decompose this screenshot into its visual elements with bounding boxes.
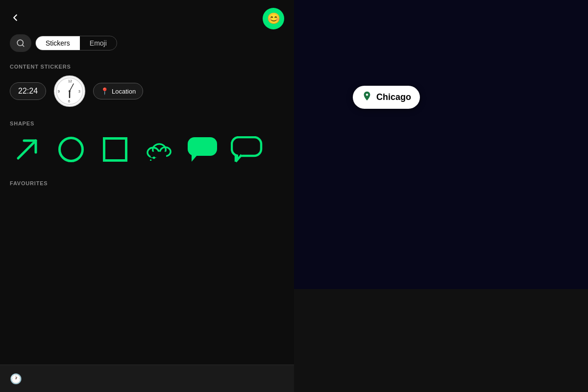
main-container: 😊 Stickers Emoji CONTENT STICKERS 22:24	[0, 0, 588, 392]
emoji-tab[interactable]: Emoji	[80, 36, 117, 50]
location-sticker[interactable]: 📍 Location	[93, 83, 143, 99]
clock-face-svg: 12 3 6 9	[55, 77, 84, 105]
location-pin-icon: 📍	[100, 87, 109, 95]
search-icon	[16, 39, 25, 48]
chicago-city-name: Chicago	[376, 92, 411, 102]
bubble-outline-shape[interactable]	[230, 132, 265, 167]
svg-point-15	[153, 157, 155, 159]
right-bottom-area	[294, 289, 588, 392]
svg-text:9: 9	[58, 90, 60, 93]
bubble-filled-shape[interactable]	[186, 132, 220, 167]
svg-line-1	[22, 45, 24, 46]
svg-point-16	[150, 159, 151, 161]
back-button[interactable]	[10, 12, 21, 25]
emoji-top-button[interactable]: 😊	[263, 8, 284, 29]
sticker-panel: 😊 Stickers Emoji CONTENT STICKERS 22:24	[0, 0, 294, 392]
content-stickers-label: CONTENT STICKERS	[0, 60, 294, 75]
svg-marker-18	[192, 155, 197, 162]
chicago-pin-icon	[362, 91, 372, 104]
svg-text:6: 6	[68, 99, 70, 103]
chicago-location-badge[interactable]: Chicago	[353, 86, 420, 109]
favourites-label: FAVOURITES	[0, 176, 294, 186]
svg-rect-19	[232, 137, 261, 156]
tab-group: Stickers Emoji	[35, 36, 117, 50]
svg-rect-17	[188, 137, 217, 156]
content-stickers-row: 22:24 12 3 6 9	[0, 75, 294, 117]
preview-area: Chicago	[294, 0, 588, 289]
stickers-tab[interactable]: Stickers	[36, 36, 80, 50]
svg-text:12: 12	[68, 79, 72, 83]
svg-line-10	[18, 141, 36, 158]
panel-header: 😊	[0, 0, 294, 34]
search-tab-button[interactable]	[10, 34, 31, 52]
arrow-shape[interactable]	[10, 132, 44, 167]
shapes-label: SHAPES	[0, 117, 294, 132]
right-panel: Chicago	[294, 0, 588, 392]
time-sticker[interactable]: 22:24	[10, 82, 46, 100]
shapes-grid	[0, 132, 294, 176]
svg-point-9	[69, 90, 71, 92]
circle-shape[interactable]	[54, 132, 88, 167]
bottom-bar: 🕐	[0, 365, 294, 392]
svg-text:3: 3	[78, 90, 80, 93]
svg-rect-14	[151, 152, 166, 158]
bottom-clock-icon: 🕐	[10, 373, 22, 385]
location-label: Location	[112, 88, 136, 95]
cloud-shape[interactable]	[142, 132, 176, 167]
square-shape[interactable]	[98, 132, 132, 167]
tab-bar: Stickers Emoji	[0, 34, 294, 60]
clock-sticker[interactable]: 12 3 6 9	[54, 75, 85, 107]
